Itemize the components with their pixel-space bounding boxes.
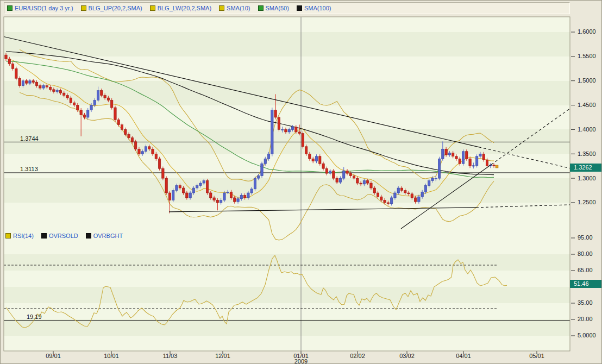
rsi-axis-label[interactable]: 95.00 (578, 234, 593, 241)
symbol-swatch-icon (7, 5, 12, 11)
legend-label: OVRBGHT (93, 233, 123, 239)
rsi-axis-label[interactable]: 5.0000 (578, 332, 596, 338)
chart-background (4, 17, 570, 351)
hline-label-13744[interactable]: 1.3744 (20, 135, 39, 142)
oversold-swatch-icon (41, 233, 47, 239)
rsi-hline-label[interactable]: 19.19 (27, 313, 42, 320)
bollinger-upper-swatch-icon (81, 5, 86, 11)
price-axis-label[interactable]: 1.3000 (578, 175, 596, 181)
price-axis-label[interactable]: 1.5500 (578, 53, 596, 59)
x-axis-year-label: 2009 (289, 358, 313, 364)
legend-label: OVRSOLD (49, 233, 78, 239)
legend-item-bollinger-lower: BLG_LW(20,2,SMA) (150, 5, 211, 11)
price-axis-label[interactable]: 1.3500 (578, 150, 596, 157)
sma10-swatch-icon (219, 5, 224, 11)
x-axis-label[interactable]: 12/01 (211, 353, 235, 359)
legend-item-oversold: OVRSOLD (41, 233, 78, 239)
legend-label: SMA(100) (304, 5, 331, 11)
x-axis-label[interactable]: 11/03 (158, 353, 182, 359)
rsi-axis-label[interactable]: 65.00 (578, 267, 593, 273)
hline-label-13113[interactable]: 1.3113 (20, 166, 38, 172)
rsi-axis-label[interactable]: 20.00 (578, 316, 593, 322)
price-axis-label[interactable]: 1.4000 (578, 126, 596, 133)
price-axis-label[interactable]: 1.2500 (578, 199, 596, 205)
legend-label: BLG_UP(20,2,SMA) (89, 5, 142, 11)
price-axis-label[interactable]: 1.6000 (578, 28, 596, 35)
price-axis-label[interactable]: 1.4500 (578, 102, 596, 108)
x-axis-label[interactable]: 05/01 (525, 353, 549, 359)
price-axis-label[interactable]: 1.5000 (578, 77, 596, 84)
legend-label: SMA(10) (227, 5, 250, 11)
rsi-legend: RSI(14) OVRSOLD OVRBGHT (5, 233, 123, 239)
legend-item-bollinger-upper: BLG_UP(20,2,SMA) (81, 5, 142, 11)
current-rsi-badge: 51.46 (570, 280, 601, 288)
legend-item-rsi: RSI(14) (5, 233, 34, 239)
chart-canvas[interactable] (1, 1, 602, 364)
legend-label: SMA(50) (266, 5, 289, 11)
sma50-swatch-icon (258, 5, 264, 11)
current-price-marker (496, 165, 498, 168)
rsi-axis-label[interactable]: 35.00 (578, 299, 593, 306)
x-axis-label[interactable]: 10/01 (99, 353, 123, 359)
overbought-swatch-icon (86, 233, 91, 239)
rsi-swatch-icon (5, 233, 11, 239)
sma100-swatch-icon (297, 5, 302, 11)
x-axis-label[interactable]: 09/01 (41, 353, 65, 359)
current-price-badge: 1.3262 (570, 164, 601, 172)
main-chart-legend: EUR/USD(1 day 3 yr.) BLG_UP(20,2,SMA) BL… (4, 2, 570, 14)
x-axis-label[interactable]: 03/02 (395, 353, 419, 359)
legend-item-sma50: SMA(50) (258, 5, 289, 11)
legend-item-overbought: OVRBGHT (86, 233, 123, 239)
legend-label: EUR/USD(1 day 3 yr.) (15, 5, 73, 11)
bollinger-lower-swatch-icon (150, 5, 155, 11)
legend-label: RSI(14) (13, 233, 34, 239)
rsi-axis-label[interactable]: 80.00 (578, 250, 593, 257)
x-axis-label[interactable]: 04/01 (451, 353, 475, 359)
legend-item-sma100: SMA(100) (297, 5, 331, 11)
legend-item-sma10: SMA(10) (219, 5, 250, 11)
x-axis-label[interactable]: 02/02 (346, 353, 369, 359)
trading-chart-window: EUR/USD(1 day 3 yr.) BLG_UP(20,2,SMA) BL… (0, 0, 602, 364)
legend-item-symbol: EUR/USD(1 day 3 yr.) (7, 5, 73, 11)
legend-label: BLG_LW(20,2,SMA) (158, 5, 211, 11)
